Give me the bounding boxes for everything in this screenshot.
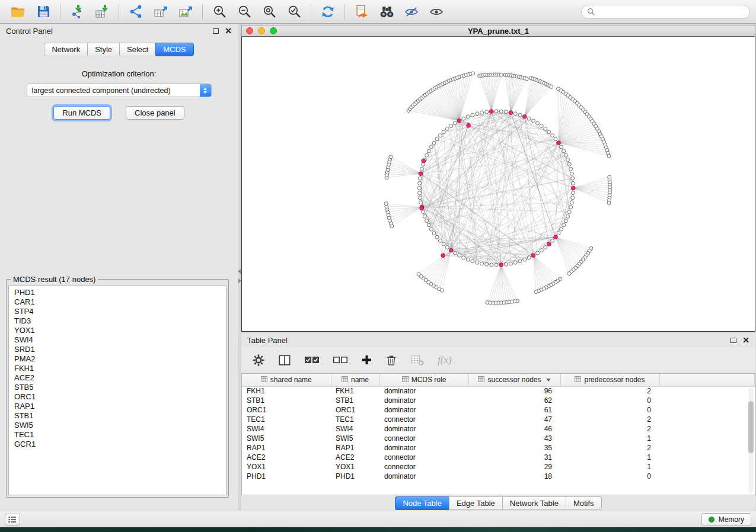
mcds-result-item[interactable]: SWI5 xyxy=(9,421,226,430)
cell-predecessor-nodes[interactable]: 1 xyxy=(560,434,659,443)
zoom-in-button[interactable] xyxy=(207,2,232,21)
cell-predecessor-nodes[interactable]: 1 xyxy=(560,453,659,462)
cell-name[interactable]: ACE2 xyxy=(331,453,379,462)
node-table-row[interactable]: SWI5SWI5connector431 xyxy=(242,434,755,443)
first-neighbors-button[interactable] xyxy=(374,2,399,21)
mcds-result-item[interactable]: FKH1 xyxy=(9,364,226,373)
show-columns-button[interactable] xyxy=(278,354,291,366)
search-input[interactable] xyxy=(598,8,744,16)
cell-mcds-role[interactable]: dominator xyxy=(379,472,468,481)
delete-table-button[interactable] xyxy=(410,354,425,366)
cell-successor-nodes[interactable]: 62 xyxy=(468,396,560,405)
cell-mcds-role[interactable]: connector xyxy=(379,415,468,424)
float-table-panel-icon[interactable] xyxy=(731,338,736,343)
column-header-mcds-role[interactable]: MCDS role xyxy=(379,374,468,386)
node-table-row[interactable]: ACE2ACE2connector311 xyxy=(242,453,755,462)
cell-predecessor-nodes[interactable]: 1 xyxy=(560,462,659,472)
cell-successor-nodes[interactable]: 18 xyxy=(468,472,560,481)
cell-name[interactable]: YOX1 xyxy=(331,462,379,472)
create-column-button[interactable] xyxy=(361,354,372,366)
mcds-result-item[interactable]: TID3 xyxy=(9,316,226,326)
mcds-result-item[interactable]: YOX1 xyxy=(9,326,226,335)
save-session-button[interactable] xyxy=(31,2,56,21)
mcds-result-item[interactable]: STB1 xyxy=(9,411,226,421)
cell-predecessor-nodes[interactable]: 0 xyxy=(560,472,659,481)
optimization-criterion-dropdown[interactable]: largest connected component (undirected) xyxy=(27,84,212,97)
function-builder-button[interactable]: f(x) xyxy=(438,354,452,366)
mcds-result-item[interactable]: PMA2 xyxy=(9,354,226,364)
close-mcds-panel-button[interactable]: Close panel xyxy=(126,106,184,120)
mcds-result-item[interactable]: STP4 xyxy=(9,307,226,316)
cell-shared-name[interactable]: STB1 xyxy=(242,396,331,405)
import-network-button[interactable] xyxy=(65,2,90,21)
deselect-all-button[interactable] xyxy=(333,355,348,365)
column-header-name[interactable]: name xyxy=(331,374,379,386)
select-all-button[interactable] xyxy=(304,355,320,365)
export-network-button[interactable] xyxy=(123,2,148,21)
float-panel-icon[interactable] xyxy=(213,28,219,34)
hide-selected-button[interactable] xyxy=(399,2,424,21)
cell-mcds-role[interactable]: dominator xyxy=(379,443,468,453)
column-header-predecessor-nodes[interactable]: predecessor nodes xyxy=(560,374,659,386)
cell-predecessor-nodes[interactable]: 2 xyxy=(560,386,659,396)
export-image-button[interactable] xyxy=(173,2,198,21)
cell-shared-name[interactable]: ORC1 xyxy=(242,405,331,415)
cell-predecessor-nodes[interactable]: 0 xyxy=(560,405,659,415)
cell-successor-nodes[interactable]: 35 xyxy=(468,443,560,453)
memory-button[interactable]: Memory xyxy=(701,513,751,526)
node-table-row[interactable]: PHD1PHD1dominator180 xyxy=(242,472,755,481)
cell-name[interactable]: RAP1 xyxy=(331,443,379,453)
cell-name[interactable]: STB1 xyxy=(331,396,379,405)
mcds-result-item[interactable]: RAP1 xyxy=(9,402,226,411)
column-header-successor-nodes[interactable]: successor nodes xyxy=(468,374,560,386)
node-table-row[interactable]: TEC1TEC1connector472 xyxy=(242,415,755,424)
cell-name[interactable]: SWI5 xyxy=(331,434,379,443)
control-panel-tab-style[interactable]: Style xyxy=(87,43,119,56)
mcds-result-item[interactable]: SWI4 xyxy=(9,335,226,345)
cell-shared-name[interactable]: RAP1 xyxy=(242,443,331,453)
zoom-selected-button[interactable] xyxy=(282,2,307,21)
cell-mcds-role[interactable]: dominator xyxy=(379,405,468,415)
mcds-result-item[interactable]: ORC1 xyxy=(9,392,226,402)
cell-mcds-role[interactable]: dominator xyxy=(379,396,468,405)
cell-shared-name[interactable]: YOX1 xyxy=(242,462,331,472)
column-menu-chevron-icon[interactable] xyxy=(546,379,551,382)
column-header-shared-name[interactable]: shared name xyxy=(242,374,331,386)
node-table-row[interactable]: RAP1RAP1dominator352 xyxy=(242,443,755,453)
cell-shared-name[interactable]: ACE2 xyxy=(242,453,331,462)
run-mcds-button[interactable]: Run MCDS xyxy=(53,106,110,120)
cell-mcds-role[interactable]: connector xyxy=(379,434,468,443)
mcds-result-item[interactable]: SRD1 xyxy=(9,345,226,354)
cell-successor-nodes[interactable]: 47 xyxy=(468,415,560,424)
cell-name[interactable]: TEC1 xyxy=(331,415,379,424)
cell-shared-name[interactable]: PHD1 xyxy=(242,472,331,481)
cell-predecessor-nodes[interactable]: 0 xyxy=(560,396,659,405)
zoom-out-button[interactable] xyxy=(232,2,257,21)
cell-shared-name[interactable]: TEC1 xyxy=(242,415,331,424)
close-panel-icon[interactable]: ✕ xyxy=(225,27,232,35)
panel-menu-button[interactable] xyxy=(5,514,20,525)
show-all-button[interactable] xyxy=(424,2,449,21)
cell-mcds-role[interactable]: connector xyxy=(379,453,468,462)
cell-name[interactable]: PHD1 xyxy=(331,472,379,481)
cell-mcds-role[interactable]: dominator xyxy=(379,424,468,434)
node-table-row[interactable]: SWI4SWI4dominator462 xyxy=(242,424,755,434)
cell-shared-name[interactable]: FKH1 xyxy=(242,386,331,396)
node-table-row[interactable]: STB1STB1dominator620 xyxy=(242,396,755,405)
share-document-button[interactable] xyxy=(349,2,374,21)
cell-successor-nodes[interactable]: 31 xyxy=(468,453,560,462)
cell-successor-nodes[interactable]: 46 xyxy=(468,424,560,434)
control-panel-tab-network[interactable]: Network xyxy=(44,43,87,56)
network-graph-svg[interactable] xyxy=(241,37,755,332)
open-file-button[interactable] xyxy=(6,2,31,21)
mcds-result-item[interactable]: CAR1 xyxy=(9,297,226,307)
table-tab-motifs[interactable]: Motifs xyxy=(566,496,602,510)
cell-predecessor-nodes[interactable]: 2 xyxy=(560,415,659,424)
network-view-titlebar[interactable]: YPA_prune.txt_1 xyxy=(241,25,755,37)
cell-successor-nodes[interactable]: 61 xyxy=(468,405,560,415)
table-tab-edge-table[interactable]: Edge Table xyxy=(449,496,502,510)
mcds-result-item[interactable]: ACE2 xyxy=(9,373,226,383)
cell-mcds-role[interactable]: connector xyxy=(379,462,468,472)
cell-mcds-role[interactable]: dominator xyxy=(379,386,468,396)
refresh-layout-button[interactable] xyxy=(315,2,340,21)
